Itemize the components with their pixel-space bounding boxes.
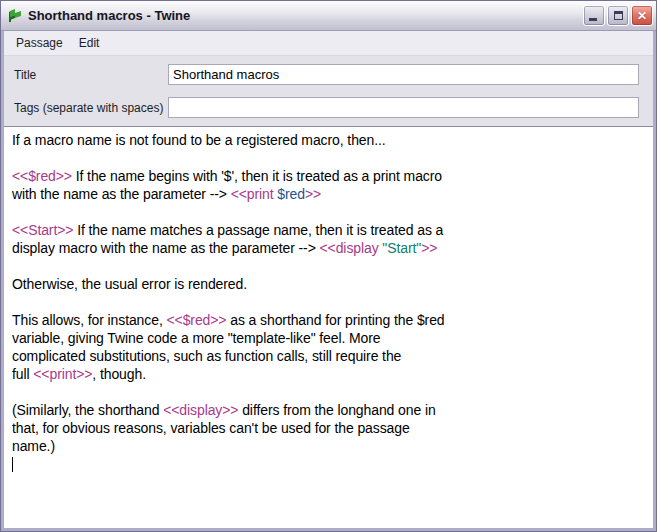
editor-text-segment: that, for obvious reasons, variables can… <box>12 420 410 436</box>
title-label: Title <box>14 68 168 82</box>
editor-text-segment: <<print <box>231 186 278 202</box>
editor-line <box>12 149 645 167</box>
editor-text-segment: with the name as the parameter --> <box>12 186 231 202</box>
editor-line: display macro with the name as the param… <box>12 239 645 257</box>
editor-line <box>12 257 645 275</box>
title-row: Title <box>14 64 639 85</box>
editor-text-segment: <<display>> <box>163 402 238 418</box>
editor-text-segment: <<Start>> <box>12 222 73 238</box>
editor-text-segment: <<display <box>320 240 383 256</box>
tags-row: Tags (separate with spaces) <box>14 97 639 118</box>
editor-line: name.) <box>12 437 645 455</box>
minimize-button[interactable] <box>583 5 605 26</box>
close-icon: ✕ <box>637 10 647 22</box>
editor-line: complicated substitutions, such as funct… <box>12 347 645 365</box>
passage-editor-window: Shorthand macros - Twine ✕ Passage Edit … <box>0 0 657 532</box>
editor-text-segment: display macro with the name as the param… <box>12 240 320 256</box>
text-cursor <box>12 457 13 472</box>
editor-text-segment: complicated substitutions, such as funct… <box>12 348 401 364</box>
tags-label: Tags (separate with spaces) <box>14 101 168 115</box>
title-input[interactable] <box>168 64 639 85</box>
editor-line: Otherwise, the usual error is rendered. <box>12 275 645 293</box>
titlebar[interactable]: Shorthand macros - Twine ✕ <box>1 1 656 31</box>
editor-text-segment: This allows, for instance, <box>12 312 166 328</box>
editor-text-segment: variable, giving Twine code a more "temp… <box>12 330 381 346</box>
passage-text-editor[interactable]: If a macro name is not found to be a reg… <box>4 126 653 528</box>
minimize-icon <box>589 18 597 21</box>
menu-bar: Passage Edit <box>4 31 653 56</box>
editor-text-segment: full <box>12 366 33 382</box>
editor-text-segment: name.) <box>12 438 55 454</box>
window-frame: Passage Edit Title Tags (separate with s… <box>1 31 656 531</box>
editor-line <box>12 455 645 473</box>
menu-passage[interactable]: Passage <box>8 33 71 54</box>
editor-text-segment: (Similarly, the shorthand <box>12 402 163 418</box>
editor-text-segment: $red <box>277 186 305 202</box>
close-button[interactable]: ✕ <box>631 5 653 26</box>
editor-text-segment: <<print>> <box>33 366 92 382</box>
editor-line: <<Start>> If the name matches a passage … <box>12 221 645 239</box>
maximize-button[interactable] <box>607 5 629 26</box>
editor-text-segment: >> <box>421 240 437 256</box>
twine-flag-icon <box>7 8 23 24</box>
window-title: Shorthand macros - Twine <box>28 8 581 23</box>
editor-text-segment: <<$red>> <box>166 312 226 328</box>
editor-text-segment: >> <box>305 186 321 202</box>
editor-line: with the name as the parameter --> <<pri… <box>12 185 645 203</box>
editor-text-segment: If a macro name is not found to be a reg… <box>12 132 386 148</box>
editor-text-segment: as a shorthand for printing the $red <box>226 312 444 328</box>
editor-line <box>12 203 645 221</box>
editor-text-segment: If the name matches a passage name, then… <box>73 222 443 238</box>
editor-line: full <<print>>, though. <box>12 365 645 383</box>
editor-line: This allows, for instance, <<$red>> as a… <box>12 311 645 329</box>
editor-text-segment: <<$red>> <box>12 168 72 184</box>
tags-input[interactable] <box>168 97 639 118</box>
editor-text-segment: If the name begins with '$', then it is … <box>72 168 442 184</box>
editor-line: If a macro name is not found to be a reg… <box>12 131 645 149</box>
editor-text-segment: "Start" <box>382 240 421 256</box>
editor-line: variable, giving Twine code a more "temp… <box>12 329 645 347</box>
maximize-icon <box>614 11 623 20</box>
menu-edit[interactable]: Edit <box>71 33 108 54</box>
editor-text-segment: Otherwise, the usual error is rendered. <box>12 276 247 292</box>
passage-form: Title Tags (separate with spaces) <box>4 56 653 126</box>
editor-line: that, for obvious reasons, variables can… <box>12 419 645 437</box>
editor-line: (Similarly, the shorthand <<display>> di… <box>12 401 645 419</box>
editor-line <box>12 383 645 401</box>
editor-line <box>12 293 645 311</box>
editor-text-segment: differs from the longhand one in <box>238 402 435 418</box>
editor-line: <<$red>> If the name begins with '$', th… <box>12 167 645 185</box>
editor-text-segment: , though. <box>92 366 146 382</box>
